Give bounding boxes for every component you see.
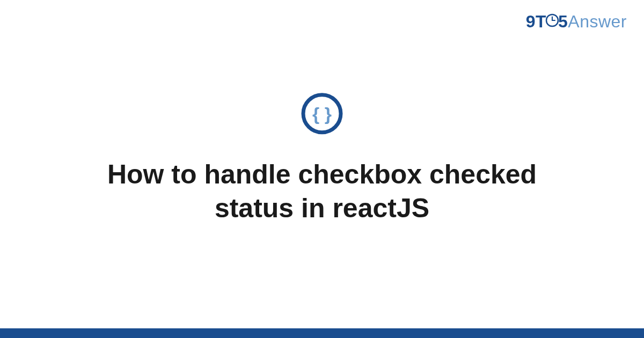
code-braces-icon: { } — [301, 92, 343, 135]
site-logo: 9T5Answer — [526, 12, 627, 33]
svg-text:{ }: { } — [312, 104, 332, 124]
logo-nine: 9 — [526, 12, 536, 31]
logo-answer: Answer — [568, 12, 627, 31]
main-content: { } How to handle checkbox checked statu… — [0, 92, 644, 225]
logo-t: T — [536, 12, 546, 31]
logo-five: 5 — [558, 12, 568, 31]
page-title: How to handle checkbox checked status in… — [67, 158, 577, 225]
footer-bar — [0, 328, 644, 338]
clock-icon — [545, 12, 559, 32]
